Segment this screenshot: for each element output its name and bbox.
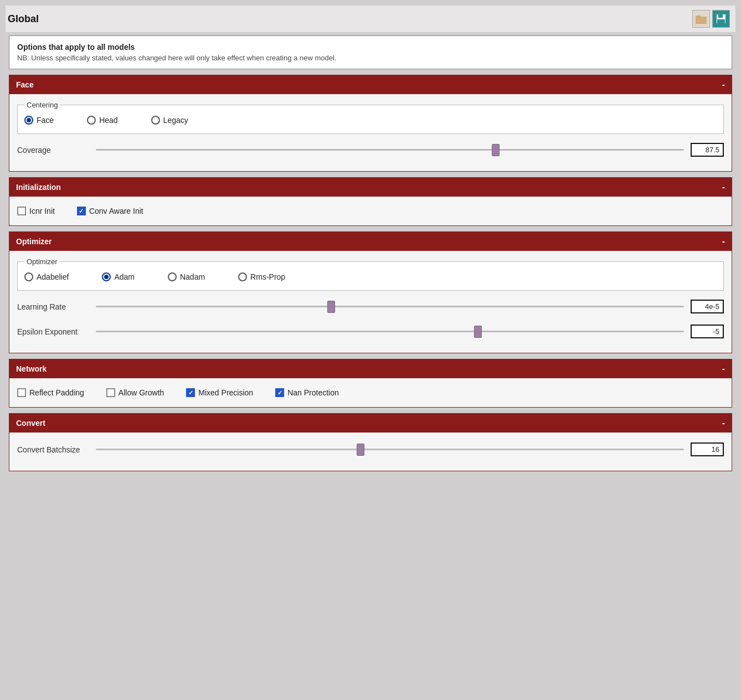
optimizer-section-header: Optimizer - <box>9 232 732 251</box>
info-box: Options that apply to all models NB: Unl… <box>9 35 732 69</box>
face-section-title: Face <box>16 80 34 89</box>
centering-legend: Centering <box>24 101 60 109</box>
optimizer-nadam-option[interactable]: Nadam <box>168 272 205 281</box>
conv-aware-init-checkbox[interactable] <box>77 207 86 215</box>
optimizer-section-title: Optimizer <box>16 237 52 246</box>
face-section-body: Centering Face Head Legacy <box>9 94 732 171</box>
optimizer-adabelief-label: Adabelief <box>37 272 69 281</box>
face-section-collapse[interactable]: - <box>722 80 725 90</box>
convert-batchsize-slider-track-container[interactable] <box>96 444 684 455</box>
network-section-collapse[interactable]: - <box>722 364 725 374</box>
optimizer-adam-option[interactable]: Adam <box>102 272 135 281</box>
optimizer-rmsprop-label: Rms-Prop <box>250 272 285 281</box>
optimizer-radio-row: Adabelief Adam Nadam Rms-Prop <box>24 270 717 284</box>
convert-batchsize-slider-track <box>96 449 684 450</box>
allow-growth-checkbox[interactable] <box>106 388 115 397</box>
convert-batchsize-slider-thumb[interactable] <box>357 444 364 456</box>
optimizer-rmsprop-radio[interactable] <box>238 272 247 281</box>
allow-growth-label: Allow Growth <box>119 388 164 397</box>
folder-icon-button[interactable] <box>692 10 710 28</box>
allow-growth-item[interactable]: Allow Growth <box>106 388 164 397</box>
convert-batchsize-slider-row: Convert Batchsize 16 <box>17 439 724 460</box>
learning-rate-value-box[interactable]: 4e-5 <box>691 300 724 313</box>
optimizer-section-collapse[interactable]: - <box>722 236 725 246</box>
save-icon-button[interactable] <box>712 10 730 28</box>
network-section-title: Network <box>16 364 47 373</box>
epsilon-exponent-slider-track-container[interactable] <box>96 326 684 337</box>
window-icons <box>692 10 730 28</box>
optimizer-section-body: Optimizer Adabelief Adam Nadam <box>9 251 732 353</box>
epsilon-exponent-slider-track <box>96 331 684 332</box>
info-box-note: NB: Unless specifically stated, values c… <box>17 54 724 62</box>
network-section-body: Reflect Padding Allow Growth Mixed Preci… <box>9 378 732 407</box>
optimizer-nadam-label: Nadam <box>180 272 205 281</box>
centering-head-label: Head <box>99 116 117 125</box>
nan-protection-label: Nan Protection <box>287 388 339 397</box>
mixed-precision-item[interactable]: Mixed Precision <box>186 388 253 397</box>
reflect-padding-item[interactable]: Reflect Padding <box>17 388 84 397</box>
initialization-section-header: Initialization - <box>9 178 732 197</box>
mixed-precision-checkbox[interactable] <box>186 388 195 397</box>
network-checkbox-row: Reflect Padding Allow Growth Mixed Preci… <box>17 385 724 400</box>
coverage-label: Coverage <box>17 146 89 155</box>
optimizer-adam-radio[interactable] <box>102 272 111 281</box>
svg-rect-4 <box>718 14 723 18</box>
centering-head-radio[interactable] <box>87 116 96 125</box>
optimizer-adabelief-option[interactable]: Adabelief <box>24 272 69 281</box>
icnr-init-checkbox[interactable] <box>17 207 26 215</box>
optimizer-rmsprop-option[interactable]: Rms-Prop <box>238 272 285 281</box>
info-box-title: Options that apply to all models <box>17 43 724 52</box>
learning-rate-slider-thumb[interactable] <box>327 301 335 313</box>
optimizer-fieldset: Optimizer Adabelief Adam Nadam <box>17 258 724 291</box>
mixed-precision-label: Mixed Precision <box>198 388 253 397</box>
initialization-section-title: Initialization <box>16 183 61 192</box>
centering-legacy-option[interactable]: Legacy <box>151 116 188 125</box>
nan-protection-checkbox[interactable] <box>275 388 284 397</box>
reflect-padding-label: Reflect Padding <box>29 388 84 397</box>
centering-face-option[interactable]: Face <box>24 116 54 125</box>
epsilon-exponent-slider-thumb[interactable] <box>474 326 482 338</box>
network-section-header: Network - <box>9 359 732 378</box>
nan-protection-item[interactable]: Nan Protection <box>275 388 339 397</box>
optimizer-adam-label: Adam <box>114 272 135 281</box>
convert-section-header: Convert - <box>9 414 732 433</box>
reflect-padding-checkbox[interactable] <box>17 388 26 397</box>
network-section: Network - Reflect Padding Allow Growth M… <box>9 359 732 408</box>
convert-batchsize-label: Convert Batchsize <box>17 445 89 454</box>
coverage-slider-row: Coverage 87.5 <box>17 140 724 160</box>
coverage-slider-track-container[interactable] <box>96 145 684 156</box>
convert-section-collapse[interactable]: - <box>722 418 725 428</box>
initialization-section-collapse[interactable]: - <box>722 182 725 192</box>
optimizer-nadam-radio[interactable] <box>168 272 177 281</box>
coverage-slider-thumb[interactable] <box>492 144 500 156</box>
initialization-checkbox-row: Icnr Init Conv Aware Init <box>17 203 724 219</box>
optimizer-adabelief-radio[interactable] <box>24 272 33 281</box>
epsilon-exponent-value-box[interactable]: -5 <box>691 325 724 338</box>
icnr-init-item[interactable]: Icnr Init <box>17 207 55 215</box>
main-content: Options that apply to all models NB: Unl… <box>6 32 735 480</box>
centering-radio-row: Face Head Legacy <box>24 114 717 127</box>
initialization-section-body: Icnr Init Conv Aware Init <box>9 197 732 225</box>
learning-rate-slider-track <box>96 306 684 307</box>
centering-head-option[interactable]: Head <box>87 116 117 125</box>
learning-rate-slider-track-container[interactable] <box>96 301 684 312</box>
window-header: Global <box>6 6 735 32</box>
centering-face-label: Face <box>37 116 54 125</box>
epsilon-exponent-slider-row: Epsilon Exponent -5 <box>17 321 724 342</box>
centering-face-radio[interactable] <box>24 116 33 125</box>
convert-batchsize-value-box[interactable]: 16 <box>691 442 724 456</box>
face-section: Face - Centering Face Head <box>9 75 732 172</box>
optimizer-section: Optimizer - Optimizer Adabelief Adam <box>9 231 732 353</box>
centering-fieldset: Centering Face Head Legacy <box>17 101 724 134</box>
coverage-slider-track <box>96 149 684 151</box>
learning-rate-slider-row: Learning Rate 4e-5 <box>17 296 724 317</box>
convert-section: Convert - Convert Batchsize 16 <box>9 413 732 471</box>
convert-section-body: Convert Batchsize 16 <box>9 433 732 471</box>
learning-rate-label: Learning Rate <box>17 302 89 311</box>
conv-aware-init-label: Conv Aware Init <box>89 207 143 215</box>
conv-aware-init-item[interactable]: Conv Aware Init <box>77 207 143 215</box>
svg-rect-2 <box>696 17 707 23</box>
convert-section-title: Convert <box>16 419 45 428</box>
centering-legacy-radio[interactable] <box>151 116 160 125</box>
coverage-value-box[interactable]: 87.5 <box>691 143 724 157</box>
